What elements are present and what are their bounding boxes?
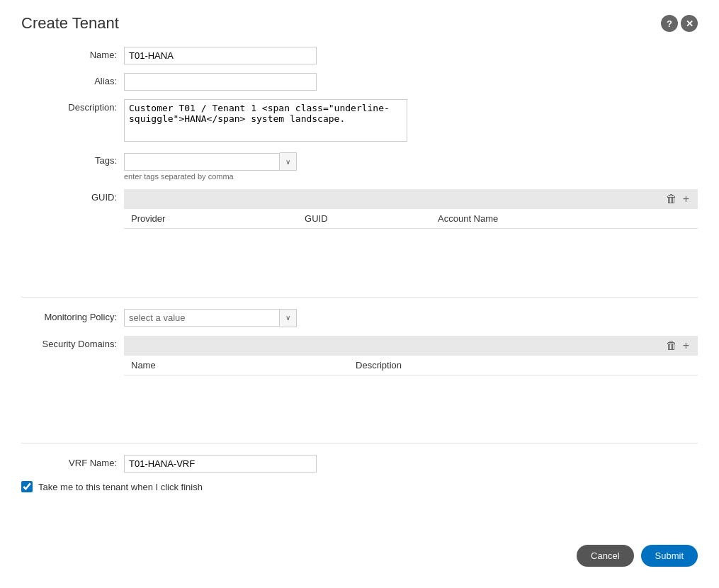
monitoring-policy-row: Monitoring Policy: select a value ∨	[21, 309, 698, 327]
tags-hint: enter tags separated by comma	[124, 172, 698, 181]
vrf-field-container	[124, 455, 698, 473]
security-delete-button[interactable]: 🗑	[663, 340, 680, 351]
section-divider-2	[21, 443, 698, 443]
tags-field-container: ∨ enter tags separated by comma	[124, 152, 698, 181]
checkbox-label[interactable]: Take me to this tenant when I click fini…	[38, 482, 203, 492]
monitoring-policy-field-container: select a value ∨	[124, 309, 698, 327]
guid-col-account-name: Account Name	[431, 209, 698, 229]
vrf-name-input[interactable]	[124, 455, 317, 473]
section-divider-1	[21, 297, 698, 298]
guid-row: GUID: 🗑 + Provider GUID Account Name	[21, 189, 698, 285]
take-me-checkbox[interactable]	[21, 481, 33, 492]
vrf-name-row: VRF Name:	[21, 455, 698, 473]
security-col-name: Name	[124, 356, 349, 375]
guid-empty-row	[124, 229, 698, 285]
security-add-button[interactable]: +	[680, 340, 692, 351]
security-empty-row	[124, 375, 698, 431]
monitoring-select-wrapper: select a value ∨	[124, 309, 698, 327]
help-button[interactable]: ?	[661, 15, 678, 32]
security-domains-section: 🗑 + Name Description	[124, 336, 698, 432]
dialog-header: Create Tenant ? ✕	[21, 14, 698, 33]
monitoring-policy-select[interactable]: select a value	[124, 309, 280, 327]
create-tenant-dialog: Create Tenant ? ✕ Name: Alias: Descripti…	[0, 0, 719, 588]
description-label: Description:	[21, 99, 124, 113]
tags-select[interactable]	[124, 153, 280, 171]
guid-delete-button[interactable]: 🗑	[663, 193, 680, 205]
guid-add-button[interactable]: +	[680, 193, 692, 205]
name-input[interactable]	[124, 47, 317, 64]
guid-col-guid: GUID	[298, 209, 431, 229]
cancel-button[interactable]: Cancel	[577, 545, 633, 567]
description-row: Description: Customer T01 / Tenant 1 <sp…	[21, 99, 698, 144]
security-domains-toolbar: 🗑 +	[124, 336, 698, 356]
tags-label: Tags:	[21, 152, 124, 166]
alias-field-container	[124, 73, 698, 91]
close-button[interactable]: ✕	[681, 15, 698, 32]
description-field-container: Customer T01 / Tenant 1 <span class="und…	[124, 99, 698, 144]
tags-chevron-icon: ∨	[280, 152, 297, 171]
name-label: Name:	[21, 47, 124, 60]
submit-button[interactable]: Submit	[641, 545, 698, 567]
guid-label: GUID:	[21, 189, 124, 203]
guid-table: Provider GUID Account Name	[124, 209, 698, 285]
guid-toolbar: 🗑 +	[124, 189, 698, 209]
security-table: Name Description	[124, 356, 698, 432]
security-col-description: Description	[349, 356, 698, 375]
guid-section: 🗑 + Provider GUID Account Name	[124, 189, 698, 285]
name-row: Name:	[21, 47, 698, 64]
security-domains-label: Security Domains:	[21, 336, 124, 349]
checkbox-row: Take me to this tenant when I click fini…	[21, 481, 698, 492]
description-textarea[interactable]: Customer T01 / Tenant 1 <span class="und…	[124, 99, 407, 142]
monitoring-chevron-icon: ∨	[280, 309, 297, 327]
header-icons: ? ✕	[661, 15, 698, 32]
monitoring-policy-label: Monitoring Policy:	[21, 309, 124, 322]
alias-input[interactable]	[124, 73, 317, 91]
guid-col-provider: Provider	[124, 209, 298, 229]
security-domains-row: Security Domains: 🗑 + Name Description	[21, 336, 698, 432]
tags-row: Tags: ∨ enter tags separated by comma	[21, 152, 698, 181]
name-field-container	[124, 47, 698, 64]
vrf-name-label: VRF Name:	[21, 455, 124, 468]
alias-label: Alias:	[21, 73, 124, 86]
dialog-footer: Cancel Submit	[577, 545, 698, 567]
alias-row: Alias:	[21, 73, 698, 91]
dialog-title: Create Tenant	[21, 14, 119, 33]
tags-select-wrapper: ∨	[124, 152, 698, 171]
